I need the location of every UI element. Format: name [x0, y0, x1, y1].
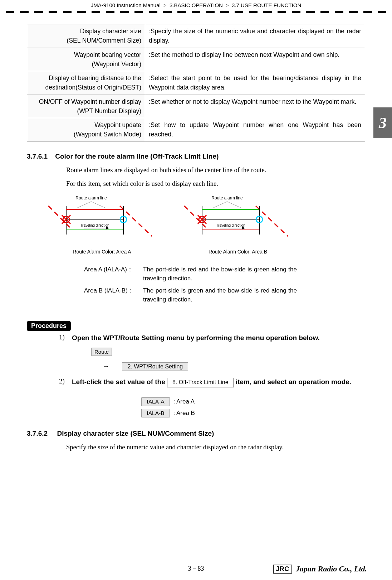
svg-line-1 — [77, 202, 91, 208]
setting-subname: destination(Status of Origin/DEST) — [45, 84, 141, 91]
setting-subname: (Waypoint Vector) — [92, 61, 141, 68]
setting-desc: :Select the start point to be used for t… — [149, 74, 361, 91]
setting-name: ON/OFF of Waypoint number display — [39, 98, 141, 105]
setting-desc: :Set whether or not to display Waypoint … — [149, 98, 356, 105]
diagram-caption: Route Alarm Color: Area A — [45, 249, 159, 255]
svg-text:Traveling direction: Traveling direction — [216, 223, 245, 227]
table-row: Waypoint bearing vector(Waypoint Vector)… — [27, 48, 365, 71]
iala-a-button[interactable]: IALA-A — [141, 397, 170, 406]
footer-company-name: Japan Radio Co., Ltd. — [296, 564, 367, 574]
setting-subname: (SEL NUM/Comment Size) — [67, 37, 141, 44]
table-row: Display character size(SEL NUM/Comment S… — [27, 24, 365, 48]
table-row: Display of bearing distance to thedestin… — [27, 71, 365, 95]
section-heading: 3.7.6.2 Display character size (SEL NUM/… — [27, 430, 365, 438]
divider — [6, 11, 386, 13]
header-chapter: 3.BASIC OPERATION — [170, 2, 223, 8]
step-number: 1) — [59, 333, 72, 341]
setting-name: Display character size — [80, 28, 141, 35]
page-footer: 3－83 JRC Japan Radio Co., Ltd. — [0, 564, 392, 573]
table-row: Waypoint update(Waypoint Switch Mode) :S… — [27, 118, 365, 142]
wpt-route-setting-button[interactable]: 2. WPT/Route Setting — [122, 362, 188, 371]
procedures-badge: Procedures — [27, 321, 71, 331]
iala-b-button[interactable]: IALA-B — [141, 409, 170, 417]
step-text: Open the WPT/Route Setting menu by perfo… — [72, 333, 320, 343]
svg-line-19 — [227, 202, 241, 208]
area-definitions: Area A (IALA-A)： The port-side is red an… — [84, 265, 365, 304]
svg-line-2 — [91, 202, 106, 208]
chevron-right-icon: > — [226, 2, 229, 8]
choice-label: : Area B — [173, 410, 195, 416]
svg-text:Route alarm line: Route alarm line — [75, 195, 107, 200]
chapter-tab: 3 — [373, 107, 392, 138]
arrow-right-icon: → — [103, 363, 109, 370]
svg-line-13 — [120, 206, 152, 236]
route-button[interactable]: Route — [91, 348, 112, 356]
step-text: Left-click the set value of the 8. Off-T… — [72, 377, 351, 387]
diagram-area-b: Route alarm line Traveling direction Rou… — [181, 195, 295, 255]
svg-text:Traveling direction: Traveling direction — [80, 223, 109, 227]
table-row: ON/OFF of Waypoint number display(WPT Nu… — [27, 95, 365, 118]
breadcrumb: JMA-9100 Instruction Manual > 3.BASIC OP… — [0, 0, 392, 11]
body-text: Specify the size of the numeric value an… — [66, 443, 365, 452]
setting-desc: :Specify the size of the numeric value a… — [149, 28, 361, 44]
setting-subname: (Waypoint Switch Mode) — [74, 131, 141, 138]
setting-name: Waypoint bearing vector — [74, 51, 141, 58]
setting-name: Waypoint update — [94, 121, 141, 129]
diagram-caption: Route Alarm Color: Area B — [181, 249, 295, 255]
svg-line-30 — [256, 206, 288, 236]
header-manual: JMA-9100 Instruction Manual — [91, 2, 161, 8]
jrc-logo-icon: JRC — [273, 565, 292, 574]
area-a-label: Area A (IALA-A)： — [84, 265, 143, 283]
area-b-desc: The port-side is green and the bow-side … — [143, 286, 297, 304]
header-section: 3.7 USE ROUTE FUNCTION — [232, 2, 301, 8]
footer-logo: JRC Japan Radio Co., Ltd. — [273, 564, 367, 574]
area-a-desc: The port-side is red and the bow-side is… — [143, 265, 297, 283]
area-b-label: Area B (IALA-B)： — [84, 286, 143, 304]
settings-table: Display character size(SEL NUM/Comment S… — [27, 24, 365, 142]
body-text: Route alarm lines are displayed on both … — [66, 165, 365, 175]
offtrack-limit-line-button[interactable]: 8. Off-Track Limit Line — [167, 378, 234, 387]
setting-subname: (WPT Number Display) — [77, 107, 141, 115]
svg-text:Route alarm line: Route alarm line — [211, 195, 243, 200]
setting-desc: :Set the method to display line between … — [149, 51, 339, 58]
body-text: For this item, set which color is used t… — [66, 179, 365, 189]
setting-name: Display of bearing distance to the — [49, 74, 141, 82]
svg-line-18 — [213, 202, 227, 208]
setting-desc: :Set how to update Waypoint number when … — [149, 121, 361, 138]
choice-label: : Area A — [173, 398, 195, 405]
step-number: 2) — [59, 377, 72, 385]
page-number: 3－83 — [188, 565, 204, 572]
chevron-right-icon: > — [163, 2, 167, 8]
section-heading: 3.7.6.1 Color for the route alarm line (… — [27, 153, 365, 160]
diagram-area-a: Route alarm line Traveling direction — [45, 195, 159, 255]
menu-path: Route → 2. WPT/Route Setting — [91, 348, 365, 371]
